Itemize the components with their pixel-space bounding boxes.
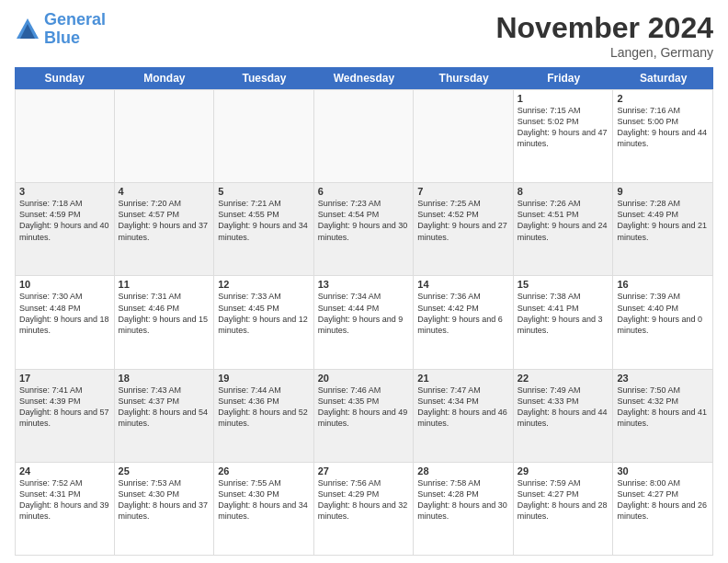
day-info: Sunrise: 7:56 AM Sunset: 4:29 PM Dayligh… <box>318 477 410 523</box>
calendar-cell: 17Sunrise: 7:41 AM Sunset: 4:39 PM Dayli… <box>15 370 115 462</box>
day-number: 2 <box>617 93 709 104</box>
day-number: 15 <box>518 279 609 290</box>
calendar-cell: 28Sunrise: 7:58 AM Sunset: 4:28 PM Dayli… <box>414 463 514 555</box>
day-number: 10 <box>19 279 110 290</box>
logo: General Blue <box>15 11 106 48</box>
calendar-week-row: 1Sunrise: 7:15 AM Sunset: 5:02 PM Daylig… <box>15 89 713 183</box>
calendar-body: 1Sunrise: 7:15 AM Sunset: 5:02 PM Daylig… <box>15 89 713 556</box>
day-number: 1 <box>518 93 609 104</box>
calendar-header-cell: Thursday <box>414 67 514 89</box>
day-number: 7 <box>417 186 509 197</box>
calendar-cell: 27Sunrise: 7:56 AM Sunset: 4:29 PM Dayli… <box>314 463 415 555</box>
calendar-header-cell: Friday <box>514 67 614 89</box>
day-number: 16 <box>617 279 709 290</box>
day-info: Sunrise: 7:34 AM Sunset: 4:44 PM Dayligh… <box>318 291 410 336</box>
day-number: 26 <box>218 465 310 477</box>
day-number: 23 <box>617 373 709 384</box>
calendar-cell: 18Sunrise: 7:43 AM Sunset: 4:37 PM Dayli… <box>115 370 215 462</box>
calendar-header-cell: Monday <box>115 67 215 89</box>
calendar-cell: 4Sunrise: 7:20 AM Sunset: 4:57 PM Daylig… <box>115 183 215 275</box>
day-info: Sunrise: 7:46 AM Sunset: 4:35 PM Dayligh… <box>318 385 410 430</box>
day-number: 21 <box>417 373 509 384</box>
day-info: Sunrise: 7:23 AM Sunset: 4:54 PM Dayligh… <box>318 198 410 243</box>
day-info: Sunrise: 7:58 AM Sunset: 4:28 PM Dayligh… <box>417 477 509 523</box>
day-number: 11 <box>119 279 210 290</box>
calendar-cell <box>314 90 415 182</box>
day-info: Sunrise: 7:26 AM Sunset: 4:51 PM Dayligh… <box>518 198 609 243</box>
calendar-cell: 20Sunrise: 7:46 AM Sunset: 4:35 PM Dayli… <box>314 370 415 462</box>
day-info: Sunrise: 7:52 AM Sunset: 4:31 PM Dayligh… <box>19 477 110 523</box>
calendar-cell: 23Sunrise: 7:50 AM Sunset: 4:32 PM Dayli… <box>613 370 713 462</box>
day-info: Sunrise: 7:49 AM Sunset: 4:33 PM Dayligh… <box>518 385 609 430</box>
day-number: 29 <box>518 465 609 477</box>
calendar-week-row: 24Sunrise: 7:52 AM Sunset: 4:31 PM Dayli… <box>15 463 713 556</box>
calendar-cell: 8Sunrise: 7:26 AM Sunset: 4:51 PM Daylig… <box>514 183 614 275</box>
calendar-week-row: 10Sunrise: 7:30 AM Sunset: 4:48 PM Dayli… <box>15 276 713 369</box>
calendar-cell: 7Sunrise: 7:25 AM Sunset: 4:52 PM Daylig… <box>414 183 514 275</box>
day-info: Sunrise: 7:18 AM Sunset: 4:59 PM Dayligh… <box>19 198 110 243</box>
logo-text: General Blue <box>44 11 106 48</box>
day-info: Sunrise: 7:31 AM Sunset: 4:46 PM Dayligh… <box>119 291 210 336</box>
calendar-cell: 6Sunrise: 7:23 AM Sunset: 4:54 PM Daylig… <box>314 183 415 275</box>
calendar-cell: 9Sunrise: 7:28 AM Sunset: 4:49 PM Daylig… <box>613 183 713 275</box>
day-info: Sunrise: 7:44 AM Sunset: 4:36 PM Dayligh… <box>218 385 310 430</box>
page: General Blue November 2024 Langen, Germa… <box>0 0 728 563</box>
day-info: Sunrise: 7:15 AM Sunset: 5:02 PM Dayligh… <box>518 105 609 150</box>
day-info: Sunrise: 7:25 AM Sunset: 4:52 PM Dayligh… <box>417 198 509 243</box>
day-info: Sunrise: 7:53 AM Sunset: 4:30 PM Dayligh… <box>119 477 210 523</box>
calendar-header-cell: Sunday <box>15 67 115 89</box>
day-info: Sunrise: 7:28 AM Sunset: 4:49 PM Dayligh… <box>617 198 709 243</box>
calendar-cell: 22Sunrise: 7:49 AM Sunset: 4:33 PM Dayli… <box>514 370 614 462</box>
calendar-header: SundayMondayTuesdayWednesdayThursdayFrid… <box>15 67 713 89</box>
calendar-week-row: 3Sunrise: 7:18 AM Sunset: 4:59 PM Daylig… <box>15 183 713 276</box>
month-title: November 2024 <box>495 11 713 45</box>
calendar-cell: 30Sunrise: 8:00 AM Sunset: 4:27 PM Dayli… <box>613 463 713 555</box>
calendar-cell: 14Sunrise: 7:36 AM Sunset: 4:42 PM Dayli… <box>414 276 514 368</box>
day-info: Sunrise: 7:21 AM Sunset: 4:55 PM Dayligh… <box>218 198 310 243</box>
day-info: Sunrise: 7:20 AM Sunset: 4:57 PM Dayligh… <box>119 198 210 243</box>
calendar-cell: 2Sunrise: 7:16 AM Sunset: 5:00 PM Daylig… <box>613 90 713 182</box>
calendar: SundayMondayTuesdayWednesdayThursdayFrid… <box>15 67 713 556</box>
calendar-week-row: 17Sunrise: 7:41 AM Sunset: 4:39 PM Dayli… <box>15 370 713 463</box>
logo-line1: General <box>44 10 106 29</box>
day-info: Sunrise: 7:30 AM Sunset: 4:48 PM Dayligh… <box>19 291 110 336</box>
header: General Blue November 2024 Langen, Germa… <box>15 11 713 60</box>
day-number: 5 <box>218 186 310 197</box>
calendar-header-cell: Saturday <box>613 67 713 89</box>
day-number: 8 <box>518 186 609 197</box>
calendar-cell: 26Sunrise: 7:55 AM Sunset: 4:30 PM Dayli… <box>214 463 314 555</box>
calendar-header-cell: Tuesday <box>214 67 314 89</box>
logo-line2: Blue <box>44 29 80 47</box>
day-info: Sunrise: 7:41 AM Sunset: 4:39 PM Dayligh… <box>19 385 110 430</box>
day-info: Sunrise: 7:38 AM Sunset: 4:41 PM Dayligh… <box>518 291 609 336</box>
day-number: 24 <box>19 465 110 477</box>
calendar-cell: 5Sunrise: 7:21 AM Sunset: 4:55 PM Daylig… <box>214 183 314 275</box>
calendar-cell: 3Sunrise: 7:18 AM Sunset: 4:59 PM Daylig… <box>15 183 115 275</box>
calendar-cell: 15Sunrise: 7:38 AM Sunset: 4:41 PM Dayli… <box>514 276 614 368</box>
calendar-cell: 19Sunrise: 7:44 AM Sunset: 4:36 PM Dayli… <box>214 370 314 462</box>
calendar-cell: 21Sunrise: 7:47 AM Sunset: 4:34 PM Dayli… <box>414 370 514 462</box>
day-number: 4 <box>119 186 210 197</box>
location: Langen, Germany <box>495 45 713 60</box>
day-number: 12 <box>218 279 310 290</box>
day-number: 30 <box>617 465 709 477</box>
calendar-cell <box>115 90 215 182</box>
day-info: Sunrise: 7:55 AM Sunset: 4:30 PM Dayligh… <box>218 477 310 523</box>
calendar-cell <box>414 90 514 182</box>
calendar-cell: 10Sunrise: 7:30 AM Sunset: 4:48 PM Dayli… <box>15 276 115 368</box>
calendar-cell <box>214 90 314 182</box>
day-info: Sunrise: 7:39 AM Sunset: 4:40 PM Dayligh… <box>617 291 709 336</box>
day-info: Sunrise: 7:36 AM Sunset: 4:42 PM Dayligh… <box>417 291 509 336</box>
calendar-cell <box>15 90 115 182</box>
day-info: Sunrise: 7:43 AM Sunset: 4:37 PM Dayligh… <box>119 385 210 430</box>
logo-icon <box>15 17 40 42</box>
day-number: 14 <box>417 279 509 290</box>
day-info: Sunrise: 8:00 AM Sunset: 4:27 PM Dayligh… <box>617 477 709 523</box>
title-area: November 2024 Langen, Germany <box>495 11 713 60</box>
day-number: 13 <box>318 279 410 290</box>
day-number: 3 <box>19 186 110 197</box>
day-number: 19 <box>218 373 310 384</box>
day-info: Sunrise: 7:33 AM Sunset: 4:45 PM Dayligh… <box>218 291 310 336</box>
calendar-cell: 29Sunrise: 7:59 AM Sunset: 4:27 PM Dayli… <box>514 463 614 555</box>
day-number: 27 <box>318 465 410 477</box>
